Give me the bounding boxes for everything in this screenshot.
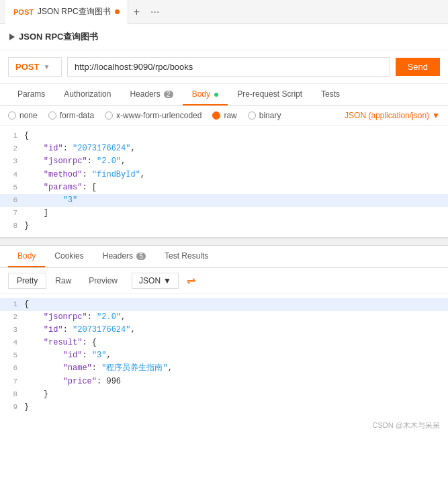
radio-binary <box>248 111 256 120</box>
json-format-dropdown[interactable]: JSON (application/json) ▼ <box>345 111 440 120</box>
body-type-form-data[interactable]: form-data <box>48 111 94 120</box>
add-tab-button[interactable]: + <box>128 0 145 24</box>
json-format-label: JSON (application/json) <box>345 111 429 120</box>
url-input[interactable] <box>67 57 390 77</box>
req-line-7: 7 ] <box>0 207 448 220</box>
resp-tab-headers[interactable]: Headers 5 <box>93 246 155 267</box>
sort-icon[interactable]: ⇌ <box>187 274 195 287</box>
req-line-2: 2 "id": "2073176624", <box>0 142 448 155</box>
response-body-viewer: 1 { 2 "jsonrpc": "2.0", 3 "id": "2073176… <box>0 294 448 418</box>
collection-title[interactable]: JSON RPC查询图书 <box>0 24 448 50</box>
response-section: Body Cookies Headers 5 Test Results Pret… <box>0 246 448 434</box>
tab-dot <box>115 9 120 14</box>
headers-badge: 2 <box>164 91 173 98</box>
resp-tab-body[interactable]: Body <box>8 246 45 267</box>
req-line-3: 3 "jsonrpc": "2.0", <box>0 155 448 168</box>
resp-line-1: 1 { <box>0 298 448 311</box>
watermark: CSDN @木木与呆呆 <box>0 418 448 433</box>
url-bar: POST ▼ Send <box>0 50 448 84</box>
body-type-urlencoded[interactable]: x-www-form-urlencoded <box>105 111 201 120</box>
tab-headers[interactable]: Headers 2 <box>120 84 182 105</box>
method-dropdown[interactable]: POST ▼ <box>8 57 62 77</box>
resp-headers-badge: 5 <box>136 253 146 260</box>
tab-authorization[interactable]: Authorization <box>54 84 120 105</box>
format-bar: Pretty Raw Preview JSON ▼ ⇌ <box>0 268 448 294</box>
json-format-button[interactable]: JSON ▼ <box>132 273 179 289</box>
req-line-4: 4 "method": "findById", <box>0 169 448 181</box>
resp-line-2: 2 "jsonrpc": "2.0", <box>0 311 448 324</box>
json-dropdown-arrow-icon: ▼ <box>432 111 440 120</box>
radio-none <box>8 111 16 120</box>
json-format-text: JSON <box>139 276 161 285</box>
resp-tab-cookies[interactable]: Cookies <box>45 246 93 267</box>
req-line-1: 1 { <box>0 130 448 142</box>
req-line-8: 8 } <box>0 220 448 232</box>
method-badge: POST <box>13 8 34 16</box>
tab-pre-request[interactable]: Pre-request Script <box>228 84 312 105</box>
body-type-none[interactable]: none <box>8 111 38 120</box>
radio-form-data <box>48 111 56 120</box>
raw-button[interactable]: Raw <box>46 273 80 289</box>
format-arrow-icon: ▼ <box>163 276 171 285</box>
dropdown-arrow-icon: ▼ <box>43 63 50 71</box>
resp-line-4: 4 "result": { <box>0 337 448 349</box>
tab-title: JSON RPC查询图书 <box>38 6 111 17</box>
tab-bar: POST JSON RPC查询图书 + ··· <box>0 0 448 24</box>
body-type-binary[interactable]: binary <box>248 111 281 120</box>
resp-tab-test-results[interactable]: Test Results <box>155 246 218 267</box>
section-divider <box>0 238 448 246</box>
request-tabs: Params Authorization Headers 2 Body Pre-… <box>0 84 448 106</box>
collapse-icon <box>9 34 15 40</box>
body-active-dot <box>214 93 218 97</box>
tab-params[interactable]: Params <box>8 84 54 105</box>
more-tabs-button[interactable]: ··· <box>145 0 165 24</box>
resp-line-9: 9 } <box>0 401 448 414</box>
preview-button[interactable]: Preview <box>80 273 126 289</box>
body-type-raw[interactable]: raw <box>212 111 236 120</box>
radio-raw <box>212 111 220 120</box>
req-line-5: 5 "params": [ <box>0 181 448 194</box>
resp-line-6: 6 "name": "程序员养生指南", <box>0 362 448 375</box>
send-button[interactable]: Send <box>396 58 440 76</box>
tab-tests[interactable]: Tests <box>312 84 349 105</box>
tab-body[interactable]: Body <box>183 84 228 105</box>
resp-line-5: 5 "id": "3", <box>0 349 448 362</box>
resp-line-8: 8 } <box>0 388 448 401</box>
collection-name: JSON RPC查询图书 <box>19 31 98 43</box>
response-tabs: Body Cookies Headers 5 Test Results <box>0 246 448 268</box>
active-tab[interactable]: POST JSON RPC查询图书 <box>5 0 128 24</box>
resp-line-3: 3 "id": "2073176624", <box>0 324 448 337</box>
method-label: POST <box>15 62 39 72</box>
req-line-6: 6 "3" <box>0 194 448 207</box>
body-type-bar: none form-data x-www-form-urlencoded raw… <box>0 106 448 126</box>
resp-line-7: 7 "price": 996 <box>0 375 448 388</box>
request-body-editor[interactable]: 1 { 2 "id": "2073176624", 3 "jsonrpc": "… <box>0 126 448 238</box>
radio-urlencoded <box>105 111 113 120</box>
pretty-button[interactable]: Pretty <box>8 273 46 289</box>
